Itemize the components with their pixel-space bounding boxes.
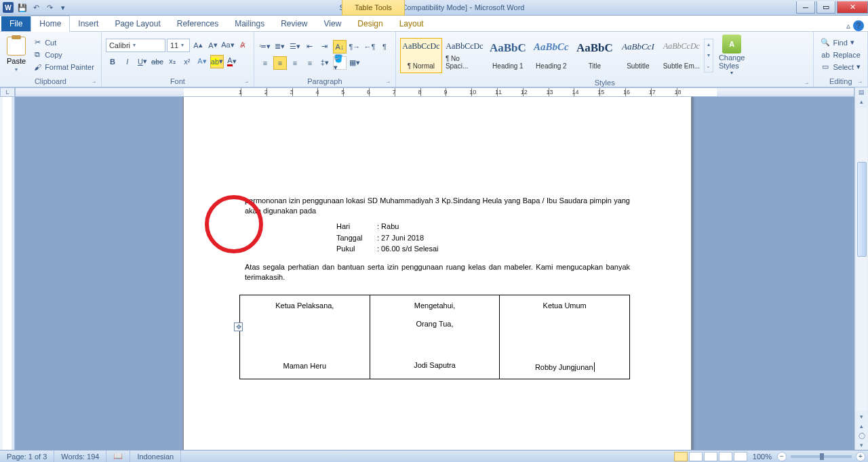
borders-button[interactable]: ▦▾	[348, 56, 361, 70]
close-button[interactable]: ✕	[837, 1, 868, 14]
line-spacing-button[interactable]: ‡▾	[318, 56, 332, 70]
decrease-indent-button[interactable]: ⇤	[303, 40, 317, 54]
signature-table[interactable]: Ketua Pelaksana,Maman Heru Mengetahui,Or…	[239, 295, 630, 379]
styles-scroll[interactable]: ▴▾⌄	[704, 39, 713, 72]
tab-mailings[interactable]: Mailings	[226, 16, 273, 31]
maximize-button[interactable]: ▭	[816, 1, 835, 14]
table-move-handle[interactable]: ✥	[234, 322, 243, 331]
scroll-track[interactable]	[856, 108, 867, 411]
tab-insert[interactable]: Insert	[70, 16, 106, 31]
minimize-button[interactable]: ─	[796, 1, 815, 14]
zoom-thumb[interactable]	[820, 453, 824, 460]
prev-page-button[interactable]: ▴	[856, 421, 867, 431]
multilevel-list-button[interactable]: ☰▾	[288, 40, 302, 54]
justify-button[interactable]: ≡	[303, 56, 317, 70]
qat-customize[interactable]: ▾	[57, 1, 69, 14]
zoom-slider[interactable]	[791, 455, 852, 458]
word-count[interactable]: Words: 194	[54, 450, 106, 462]
scroll-thumb[interactable]	[857, 162, 867, 257]
save-button[interactable]: 💾	[16, 1, 28, 14]
col3-name: Robby Jungjunan	[535, 363, 593, 371]
zoom-out-button[interactable]: −	[777, 452, 787, 461]
font-name-combo[interactable]: Calibri	[106, 39, 165, 52]
select-button[interactable]: ▭Select ▾	[818, 62, 863, 72]
rtl-button[interactable]: ←¶	[363, 40, 376, 54]
page-status[interactable]: Page: 1 of 3	[0, 450, 54, 462]
vertical-ruler[interactable]	[0, 97, 15, 450]
outline-view[interactable]	[719, 452, 732, 461]
clear-formatting-button[interactable]: A̷	[236, 39, 250, 52]
show-marks-button[interactable]: ¶	[378, 40, 391, 54]
compat-mode: [Compatibility Mode]	[399, 3, 467, 12]
shrink-font-button[interactable]: A▾	[206, 39, 220, 52]
undo-button[interactable]: ↶	[30, 1, 42, 14]
group-label-clipboard: Clipboard	[4, 76, 97, 87]
align-right-button[interactable]: ≡	[288, 56, 302, 70]
find-icon: 🔍	[821, 38, 830, 47]
minimize-ribbon-icon[interactable]: ▵	[846, 21, 850, 30]
group-styles: AaBbCcDc¶ NormalAaBbCcDc¶ No Spaci...AaB…	[396, 32, 814, 87]
style-heading-2[interactable]: AaBbCcHeading 2	[530, 38, 572, 73]
strikethrough-button[interactable]: abc	[151, 55, 164, 68]
replace-button[interactable]: abReplace	[818, 49, 863, 60]
sort-button[interactable]: A↓	[333, 40, 347, 54]
change-case-button[interactable]: Aa▾	[221, 39, 235, 52]
copy-button[interactable]: ⧉Copy	[30, 49, 97, 60]
browse-object-button[interactable]: ◯	[856, 431, 867, 440]
fullscreen-view[interactable]	[689, 452, 703, 461]
zoom-level[interactable]: 100%	[749, 453, 776, 461]
superscript-button[interactable]: x²	[180, 55, 194, 68]
tab-home[interactable]: Home	[31, 16, 70, 32]
tab-references[interactable]: References	[169, 16, 226, 31]
tab-layout[interactable]: Layout	[391, 16, 432, 31]
bold-button[interactable]: B	[106, 55, 119, 68]
next-page-button[interactable]: ▾	[856, 440, 867, 450]
font-color-button[interactable]: A▾	[225, 55, 239, 68]
find-button[interactable]: 🔍Find ▾	[818, 37, 863, 48]
numbering-button[interactable]: ≣▾	[273, 40, 287, 54]
style-subtitle[interactable]: AaBbCcISubtitle	[617, 38, 659, 73]
redo-button[interactable]: ↷	[43, 1, 56, 14]
draft-view[interactable]	[734, 452, 747, 461]
tab-selector[interactable]: L	[0, 87, 15, 97]
language-status[interactable]: Indonesian	[130, 450, 181, 462]
tab-review[interactable]: Review	[273, 16, 315, 31]
font-size-combo[interactable]: 11	[167, 39, 190, 52]
spellcheck-status[interactable]: 📖	[106, 450, 130, 462]
style---normal[interactable]: AaBbCcDc¶ Normal	[400, 38, 442, 73]
increase-indent-button[interactable]: ⇥	[318, 40, 332, 54]
tab-file[interactable]: File	[1, 16, 31, 31]
underline-button[interactable]: U▾	[136, 55, 149, 68]
style-title[interactable]: AaBbCTitle	[574, 38, 616, 73]
horizontal-ruler[interactable]: 123456789101112131415161718	[15, 87, 854, 97]
style-heading-1[interactable]: AaBbCHeading 1	[487, 38, 529, 73]
web-layout-view[interactable]	[704, 452, 717, 461]
paste-button[interactable]: Paste ▾	[4, 35, 28, 74]
align-center-button[interactable]: ≡	[273, 56, 287, 70]
grow-font-button[interactable]: A▴	[191, 39, 205, 52]
subscript-button[interactable]: x₂	[165, 55, 179, 68]
vertical-scrollbar[interactable]: ▤ ▴ ▾ ▴ ◯ ▾	[854, 87, 868, 450]
italic-button[interactable]: I	[121, 55, 134, 68]
align-left-button[interactable]: ≡	[258, 56, 272, 70]
text-effects-button[interactable]: A▾	[195, 55, 209, 68]
highlight-button[interactable]: ab▾	[210, 55, 224, 68]
style---no-spaci---[interactable]: AaBbCcDc¶ No Spaci...	[443, 38, 486, 73]
zoom-in-button[interactable]: +	[856, 452, 865, 461]
shading-button[interactable]: 🪣▾	[333, 56, 347, 70]
document-area[interactable]: permononan izin penggunaan lokasi SD Muh…	[15, 97, 854, 450]
print-layout-view[interactable]	[674, 452, 688, 461]
style-subtle-em---[interactable]: AaBbCcDcSubtle Em...	[660, 38, 703, 73]
ltr-button[interactable]: ¶→	[348, 40, 361, 54]
bullets-button[interactable]: ≔▾	[258, 40, 272, 54]
tab-design[interactable]: Design	[349, 16, 391, 31]
tab-page-layout[interactable]: Page Layout	[106, 16, 168, 31]
scroll-down-button[interactable]: ▾	[856, 412, 867, 421]
change-styles-button[interactable]: AChangeStyles▾	[715, 33, 749, 77]
tab-view[interactable]: View	[316, 16, 350, 31]
format-painter-button[interactable]: 🖌Format Painter	[30, 62, 97, 72]
cut-button[interactable]: ✂Cut	[30, 37, 97, 48]
ruler-toggle-icon[interactable]: ▤	[856, 87, 867, 97]
scroll-up-button[interactable]: ▴	[856, 97, 867, 106]
help-icon[interactable]: ?	[853, 20, 864, 31]
